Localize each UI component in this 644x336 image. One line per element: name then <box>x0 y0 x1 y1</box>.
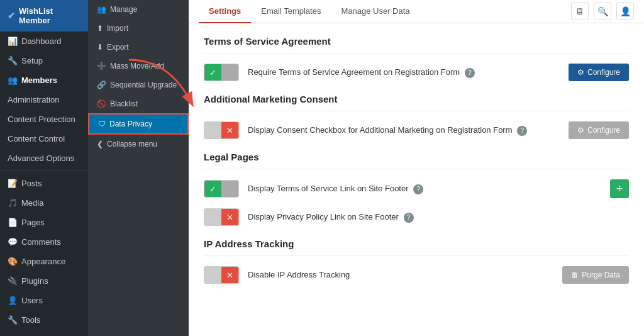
submenu-manage[interactable]: 👥 Manage <box>88 0 189 19</box>
terms-toggle-check: ✓ <box>204 64 221 81</box>
legal-privacy-x: ✕ <box>221 208 238 226</box>
users-icon: 👤 <box>8 296 18 305</box>
legal-tos-row: ✓ Display Terms of Service Link on Site … <box>204 179 629 198</box>
main-content: Settings Email Templates Manage User Dat… <box>189 0 644 336</box>
marketing-help-icon[interactable]: ? <box>517 126 527 136</box>
marketing-toggle-x: ✕ <box>221 121 238 139</box>
submenu-data-privacy[interactable]: 🛡 Data Privacy <box>88 113 189 135</box>
terms-section-title: Terms of Service Agreement <box>204 36 629 53</box>
legal-privacy-label: Display Privacy Policy Link on Site Foot… <box>248 211 629 223</box>
legal-tos-help-icon[interactable]: ? <box>413 184 423 194</box>
sidebar-item-pages[interactable]: 📄 Pages <box>0 213 88 232</box>
sidebar-item-tools[interactable]: 🔧 Tools <box>0 310 88 330</box>
export-icon: ⬇ <box>97 43 103 52</box>
terms-configure-button[interactable]: ⚙ Configure <box>569 64 629 81</box>
purge-trash-icon: 🗑 <box>571 271 579 279</box>
sidebar-item-comments[interactable]: 💬 Comments <box>0 232 88 252</box>
posts-icon: 📝 <box>8 179 18 188</box>
ip-purge-button[interactable]: 🗑 Purge Data <box>562 266 629 284</box>
section-ip-tracking: IP Address Tracking ✕ Disable IP Address… <box>204 238 629 284</box>
pages-icon: 📄 <box>8 218 18 227</box>
sidebar-item-posts[interactable]: 📝 Posts <box>0 174 88 193</box>
marketing-toggle-check <box>204 121 221 139</box>
ip-toggle-x: ✕ <box>221 266 238 284</box>
dashboard-icon: 📊 <box>8 36 18 46</box>
submenu-import[interactable]: ⬆ Import <box>88 19 189 38</box>
section-terms-of-service: Terms of Service Agreement ✓ Require Ter… <box>204 36 629 81</box>
marketing-toggle[interactable]: ✕ <box>204 121 239 139</box>
legal-privacy-toggle[interactable]: ✕ <box>204 208 239 226</box>
marketing-setting-label: Display Consent Checkbox for Additional … <box>248 125 560 136</box>
ip-setting-row: ✕ Disable IP Address Tracking 🗑 Purge Da… <box>204 266 629 284</box>
user-icon-btn[interactable]: 👤 <box>616 3 634 20</box>
sidebar-item-administration[interactable]: Administration <box>0 90 88 109</box>
legal-tos-check: ✓ <box>204 180 221 198</box>
sidebar-item-media[interactable]: 🎵 Media <box>0 193 88 213</box>
submenu-collapse[interactable]: ❮ Collapse menu <box>88 135 189 154</box>
terms-toggle[interactable]: ✓ <box>204 64 239 81</box>
import-icon: ⬆ <box>97 24 103 33</box>
sidebar-item-settings[interactable]: ⚙ Settings <box>0 330 88 336</box>
logo-checkmark: ✔ <box>8 11 15 21</box>
administration-label: Administration <box>8 95 59 104</box>
members-icon: 👥 <box>8 76 18 85</box>
sidebar-item-content-protection[interactable]: Content Protection <box>0 109 88 129</box>
marketing-setting-row: ✕ Display Consent Checkbox for Additiona… <box>204 121 629 139</box>
terms-setting-label: Require Terms of Service Agreement on Re… <box>248 67 560 78</box>
section-legal-pages: Legal Pages ✓ Display Terms of Service L… <box>204 152 629 226</box>
advanced-options-label: Advanced Options <box>8 154 74 163</box>
tab-email-templates[interactable]: Email Templates <box>251 0 331 23</box>
sidebar-item-setup[interactable]: 🔧 Setup <box>0 51 88 70</box>
sidebar-item-plugins[interactable]: 🔌 Plugins <box>0 271 88 291</box>
legal-privacy-help-icon[interactable]: ? <box>404 213 414 223</box>
ip-toggle-check <box>204 266 221 284</box>
configure-gear-icon: ⚙ <box>577 68 584 77</box>
sidebar-item-appearance[interactable]: 🎨 Appearance <box>0 252 88 271</box>
submenu: 👥 Manage ⬆ Import ⬇ Export ➕ Mass Move/A… <box>88 0 189 336</box>
legal-tos-label: Display Terms of Service Link on Site Fo… <box>248 183 601 194</box>
sidebar-divider-1 <box>0 171 88 171</box>
legal-section-title: Legal Pages <box>204 152 629 169</box>
sequential-upgrade-icon: 🔗 <box>97 81 106 89</box>
ip-toggle[interactable]: ✕ <box>204 266 239 284</box>
blacklist-icon: 🚫 <box>97 99 106 108</box>
legal-tos-add-button[interactable]: + <box>610 179 629 198</box>
submenu-blacklist[interactable]: 🚫 Blacklist <box>88 94 189 113</box>
tab-settings[interactable]: Settings <box>199 0 251 23</box>
section-marketing-consent: Additional Marketing Consent ✕ Display C… <box>204 94 629 139</box>
monitor-icon-btn[interactable]: 🖥 <box>571 3 589 20</box>
sidebar: ✔ WishList Member 📊 Dashboard 🔧 Setup 👥 … <box>0 0 88 336</box>
appearance-icon: 🎨 <box>8 257 18 266</box>
ip-section-title: IP Address Tracking <box>204 238 629 256</box>
data-privacy-icon: 🛡 <box>98 120 106 128</box>
tabs-bar: Settings Email Templates Manage User Dat… <box>189 0 644 23</box>
search-icon-btn[interactable]: 🔍 <box>594 3 611 20</box>
terms-toggle-x <box>221 64 238 81</box>
collapse-icon: ❮ <box>97 140 103 148</box>
tools-icon: 🔧 <box>8 315 18 325</box>
legal-privacy-check <box>204 208 221 226</box>
logo-text: WishList Member <box>19 6 80 25</box>
mass-move-icon: ➕ <box>97 62 106 70</box>
submenu-export[interactable]: ⬇ Export <box>88 38 189 57</box>
marketing-configure-button[interactable]: ⚙ Configure <box>569 121 629 139</box>
legal-tos-toggle[interactable]: ✓ <box>204 180 239 198</box>
content-control-label: Content Control <box>8 134 65 143</box>
terms-setting-row: ✓ Require Terms of Service Agreement on … <box>204 64 629 81</box>
sidebar-item-content-control[interactable]: Content Control <box>0 129 88 148</box>
legal-privacy-row: ✕ Display Privacy Policy Link on Site Fo… <box>204 208 629 226</box>
sidebar-item-dashboard[interactable]: 📊 Dashboard <box>0 31 88 51</box>
setup-icon: 🔧 <box>8 56 18 65</box>
tab-manage-user-data[interactable]: Manage User Data <box>331 0 419 23</box>
marketing-section-title: Additional Marketing Consent <box>204 94 629 111</box>
sidebar-item-users[interactable]: 👤 Users <box>0 291 88 310</box>
top-icons: 🖥 🔍 👤 <box>571 3 634 20</box>
submenu-sequential-upgrade[interactable]: 🔗 Sequential Upgrade <box>88 76 189 94</box>
ip-setting-label: Disable IP Address Tracking <box>248 269 553 281</box>
terms-help-icon[interactable]: ? <box>465 68 475 78</box>
sidebar-item-members[interactable]: 👥 Members <box>0 70 88 90</box>
submenu-mass-move[interactable]: ➕ Mass Move/Add <box>88 57 189 76</box>
sidebar-logo: ✔ WishList Member <box>0 0 88 31</box>
sidebar-item-advanced-options[interactable]: Advanced Options <box>0 148 88 168</box>
media-icon: 🎵 <box>8 198 18 208</box>
